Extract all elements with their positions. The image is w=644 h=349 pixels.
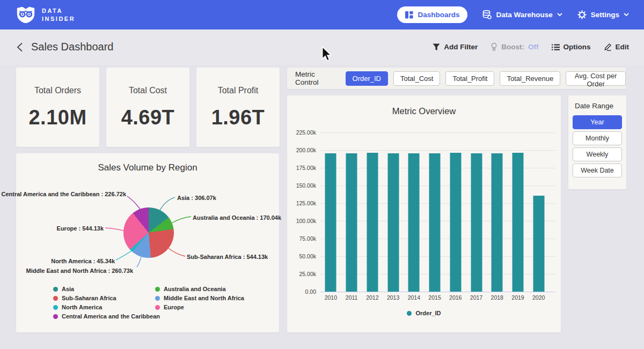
bar-slot-2017 (466, 132, 487, 292)
edit-label: Edit (616, 43, 630, 51)
legend-dot (155, 305, 160, 310)
boost-label: Boost: (501, 43, 524, 51)
bar-chart-y-axis: 0.0025.00k50.00k75.00k100.00k125.00k150.… (287, 132, 316, 292)
bar-slot-2011 (341, 132, 362, 292)
bar-2015[interactable] (429, 153, 441, 292)
pie-legend-label: Australia and Oceania (164, 286, 226, 292)
nav-data-warehouse-label: Data Warehouse (496, 11, 552, 19)
kpi-value: 2.10M (28, 106, 86, 129)
pie-legend-column: AsiaSub-Saharan AfricaNorth AmericaCentr… (53, 286, 160, 320)
pie-callout-sub-saharan-africa: Sub-Saharan Africa : 544.13k (187, 254, 268, 260)
top-navbar: DATA INSIDER Dashboards Data Warehouse (0, 0, 644, 29)
bar-legend-item-order-id[interactable]: Order_ID (407, 310, 441, 316)
options-list-icon (552, 44, 560, 50)
options-button[interactable]: Options (552, 43, 591, 51)
pie-leader-line (105, 228, 123, 231)
x-tick-label: 2018 (487, 294, 508, 301)
pie-leader-line (137, 257, 141, 267)
owl-logo-icon (16, 6, 35, 24)
nav-settings-label: Settings (591, 11, 619, 19)
kpi-label: Total Profit (218, 86, 259, 95)
y-tick-label: 150.00k (296, 182, 316, 189)
pie-legend-item-north-america[interactable]: North America (53, 304, 160, 310)
pie-leader-line (160, 197, 175, 210)
x-tick-label: 2020 (528, 294, 549, 301)
add-filter-button[interactable]: Add Filter (433, 43, 478, 51)
metric-chip-total-cost[interactable]: Total_Cost (393, 71, 440, 86)
bar-2012[interactable] (367, 153, 378, 292)
metric-chip-order-id[interactable]: Order_ID (346, 71, 388, 86)
kpi-label: Total Cost (129, 86, 167, 95)
pie-legend-label: Asia (62, 286, 74, 292)
nav-settings[interactable]: Settings (577, 10, 629, 19)
bar-legend-label: Order_ID (415, 310, 441, 316)
y-tick-label: 175.00k (296, 165, 316, 171)
x-tick-label: 2014 (404, 294, 425, 301)
date-range-year[interactable]: Year (573, 115, 622, 129)
x-tick-label: 2019 (508, 294, 529, 301)
edit-button[interactable]: Edit (604, 43, 630, 51)
back-chevron-icon[interactable] (15, 42, 25, 52)
legend-dot (53, 305, 58, 310)
metric-chip-avg-cost-per-order[interactable]: Avg. Cost per Order (566, 71, 626, 86)
bar-2016[interactable] (450, 153, 461, 292)
y-tick-label: 200.00k (296, 147, 316, 153)
kpi-row: Total Orders2.10MTotal Cost4.69TTotal Pr… (16, 68, 280, 147)
metric-overview-chart-card: Metric Overview 0.0025.00k50.00k75.00k10… (287, 95, 561, 332)
date-range-week-date[interactable]: Week Date (573, 164, 622, 177)
pie-callout-north-america: North America : 45.34k (51, 258, 115, 264)
brand-name: DATA INSIDER (42, 7, 75, 23)
date-range-options: YearMonthlyWeeklyWeek Date (573, 115, 622, 177)
bar-2010[interactable] (325, 153, 336, 292)
bar-slot-2010 (320, 132, 341, 292)
pie-legend-label: Central America and the Caribbean (62, 313, 160, 320)
legend-dot (155, 296, 160, 301)
bar-2020[interactable] (533, 196, 544, 292)
y-tick-label: 100.00k (296, 218, 316, 224)
x-tick-label: 2013 (383, 294, 404, 301)
nav-data-warehouse[interactable]: Data Warehouse (482, 10, 562, 19)
y-tick-label: 50.00k (299, 253, 316, 259)
bar-2013[interactable] (387, 153, 399, 292)
boost-toggle[interactable]: Boost: Off (491, 43, 538, 51)
nav-dashboards-button[interactable]: Dashboards (397, 6, 467, 23)
pie-legend-item-europe[interactable]: Europe (155, 304, 244, 310)
pie-legend-item-middle-east-and-north-africa[interactable]: Middle East and North Africa (155, 295, 244, 301)
x-tick-label: 2015 (425, 294, 445, 301)
pie-chart[interactable] (123, 207, 174, 258)
bar-chart-title: Metric Overview (287, 106, 561, 116)
y-tick-label: 0.00 (305, 288, 316, 295)
metric-control-label: Metric Control (295, 70, 338, 86)
legend-dot (53, 296, 58, 301)
x-tick-label: 2017 (466, 294, 487, 301)
legend-dot (407, 311, 412, 316)
bar-2018[interactable] (492, 153, 503, 292)
metric-chip-total-revenue[interactable]: Total_Revenue (500, 71, 560, 86)
pie-legend-item-australia-and-oceania[interactable]: Australia and Oceania (155, 286, 244, 292)
top-navigation: Dashboards Data Warehouse (397, 0, 629, 29)
metric-chip-total-profit[interactable]: Total_Profit (445, 71, 494, 86)
bar-chart-x-axis: 2010201120122013201420152016201720182019… (320, 294, 549, 301)
pie-legend-item-central-america-and-the-caribbean[interactable]: Central America and the Caribbean (53, 313, 160, 320)
pie-callout-europe: Europe : 544.13k (57, 225, 104, 232)
bar-2014[interactable] (408, 153, 420, 292)
brand-logo[interactable]: DATA INSIDER (16, 6, 75, 24)
pie-legend-item-asia[interactable]: Asia (53, 286, 160, 292)
pie-legend-item-sub-saharan-africa[interactable]: Sub-Saharan Africa (53, 295, 160, 301)
bar-chart-legend: Order_ID (287, 310, 561, 316)
date-range-weekly[interactable]: Weekly (573, 147, 622, 161)
date-range-monthly[interactable]: Monthly (573, 131, 622, 145)
page-title: Sales Dashboard (31, 41, 113, 53)
kpi-card-total-cost: Total Cost4.69T (106, 68, 189, 147)
bar-slot-2020 (528, 132, 549, 292)
metric-chip-group: Order_IDTotal_CostTotal_ProfitTotal_Reve… (346, 71, 626, 86)
bar-2019[interactable] (512, 153, 523, 292)
bar-2017[interactable] (471, 153, 482, 292)
edit-pencil-icon (604, 43, 612, 51)
gear-icon (577, 10, 587, 19)
pie-legend-label: Sub-Saharan Africa (62, 295, 116, 301)
pie-legend-label: Europe (164, 304, 184, 310)
bar-slot-2012 (362, 132, 383, 292)
bar-2011[interactable] (346, 153, 357, 292)
legend-dot (53, 287, 58, 292)
